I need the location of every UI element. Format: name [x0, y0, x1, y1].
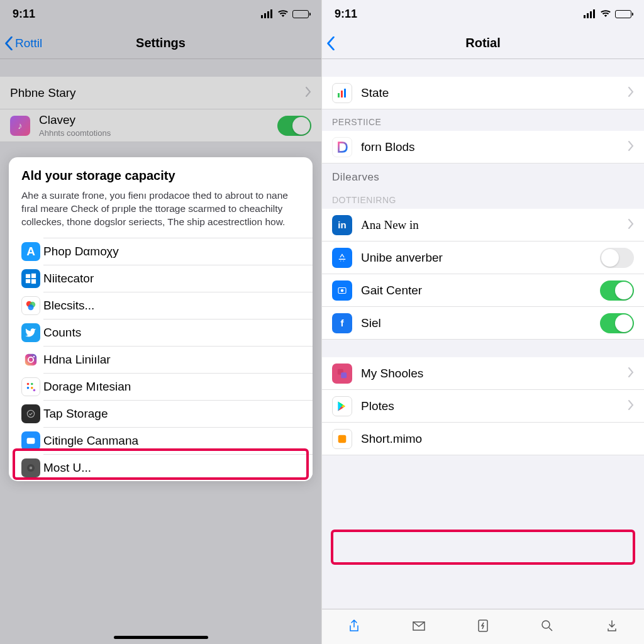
signal-icon	[584, 9, 596, 18]
row-label: Siel	[361, 316, 600, 330]
row-clavey[interactable]: ♪ Clavey Ahhnts coomtotions	[0, 109, 321, 142]
row-state[interactable]: State	[322, 77, 644, 109]
colors-icon	[21, 296, 40, 315]
row-label: Unibe anverber	[361, 251, 600, 265]
phone-left: 9:11 Rottil Settings Phbne Stary ♪ Clave…	[0, 0, 322, 644]
toggle-siel[interactable]	[600, 313, 634, 333]
svg-rect-2	[26, 279, 30, 283]
card-row-phop[interactable]: A Phop Dαmοχy	[43, 238, 313, 265]
wifi-icon	[277, 8, 289, 21]
svg-rect-19	[338, 93, 340, 97]
phone-right: 9:11 Rotial State PERSTIICE forn Blods D…	[322, 0, 644, 644]
svg-rect-25	[341, 372, 347, 378]
svg-rect-26	[338, 435, 347, 443]
signal-icon	[261, 9, 274, 18]
status-bar: 9:11	[322, 0, 644, 28]
card-row-citingle[interactable]: Citingle Canmana	[43, 427, 313, 454]
toggle-gait[interactable]	[600, 280, 634, 301]
linkedin-icon: in	[332, 215, 352, 235]
tab-bar	[322, 609, 644, 644]
row-ana-new-in[interactable]: in Ana New in	[322, 209, 644, 242]
svg-point-11	[31, 382, 33, 385]
row-my-shooles[interactable]: My Shooles	[322, 357, 644, 390]
app-icon	[332, 429, 352, 449]
svg-rect-20	[341, 91, 343, 97]
svg-point-29	[542, 621, 550, 628]
d-icon	[332, 137, 352, 157]
card-row-label: Blecsits...	[43, 299, 94, 313]
section-header-persticse: PERSTIICE	[322, 109, 644, 131]
section-header-dilearves: Dilearves	[322, 164, 644, 187]
svg-point-13	[31, 387, 33, 389]
chevron-right-icon	[628, 219, 634, 231]
card-row-counts[interactable]: Counts	[43, 319, 313, 346]
chart-icon	[332, 83, 352, 103]
battery-icon	[615, 10, 631, 18]
row-label: Phbne Stary	[10, 86, 305, 100]
row-short-mimo[interactable]: Short.mimo	[322, 423, 644, 455]
card-row-tap-storage[interactable]: Tap Storage	[43, 400, 313, 427]
tab-bolt[interactable]	[475, 618, 491, 636]
section-header-dottienirang: DOTTIENIRNG	[322, 187, 644, 209]
card-row-label: Hdna Liniılar	[43, 353, 111, 367]
chevron-right-icon	[305, 87, 311, 99]
chevron-right-icon	[628, 141, 634, 153]
card-row-label: Most U...	[43, 461, 91, 475]
card-row-niitecator[interactable]: Niitecator	[43, 265, 313, 292]
chevron-right-icon	[628, 400, 634, 413]
chevron-right-icon	[628, 87, 634, 99]
svg-point-10	[27, 382, 30, 385]
svg-rect-1	[31, 274, 36, 278]
back-button[interactable]: Rottil	[4, 28, 42, 58]
row-forn-blods[interactable]: forn Blods	[322, 131, 644, 164]
card-row-most-u[interactable]: Most U...	[43, 454, 313, 481]
svg-rect-16	[27, 438, 35, 444]
svg-point-6	[28, 304, 34, 310]
chevron-left-icon	[326, 36, 336, 50]
chevron-right-icon	[628, 367, 634, 380]
back-button[interactable]	[326, 28, 337, 58]
tab-search[interactable]	[540, 618, 555, 636]
svg-rect-7	[25, 354, 36, 365]
row-plotes[interactable]: Plotes	[322, 390, 644, 423]
tab-download[interactable]	[604, 618, 619, 636]
dark-icon	[21, 404, 40, 423]
toggle-clavey[interactable]	[277, 116, 311, 136]
shortcuts-icon	[332, 364, 352, 384]
app-icon: A	[21, 242, 40, 261]
card-row-hdna[interactable]: Hdna Liniılar	[43, 346, 313, 373]
tab-share[interactable]	[347, 618, 362, 636]
home-indicator[interactable]	[114, 636, 208, 639]
row-phbne-stary[interactable]: Phbne Stary	[0, 77, 321, 109]
facebook-icon: f	[332, 313, 352, 333]
row-siel[interactable]: f Siel	[322, 307, 644, 340]
row-label: Short.mimo	[361, 432, 634, 446]
card-row-label: Niitecator	[43, 272, 94, 286]
toggle-unibe[interactable]	[600, 248, 634, 268]
svg-rect-0	[26, 274, 30, 278]
card-row-blecsits[interactable]: Blecsits...	[43, 292, 313, 319]
row-unibe-anverber[interactable]: Unibe anverber	[322, 242, 644, 274]
svg-rect-21	[344, 89, 346, 97]
status-time: 9:11	[335, 8, 357, 21]
playstore-icon	[332, 396, 352, 416]
row-sublabel: Ahhnts coomtotions	[39, 128, 111, 138]
row-gait-center[interactable]: Gait Center	[322, 274, 644, 307]
music-icon: ♪	[10, 116, 30, 136]
chevron-left-icon	[4, 36, 14, 50]
battery-icon	[292, 10, 309, 18]
row-label: Gait Center	[361, 284, 600, 297]
card-row-dorage[interactable]: Dorage Mıtesian	[43, 373, 313, 400]
row-label: Clavey	[39, 113, 277, 127]
card-row-label: Dorage Mıtesian	[43, 380, 131, 394]
back-label: Rottil	[15, 36, 42, 50]
storage-card: Ald your storage capacity Ahe a suırate …	[9, 157, 313, 481]
svg-point-9	[33, 356, 35, 357]
card-title: Ald your storage capacity	[21, 169, 300, 183]
svg-point-18	[30, 467, 33, 470]
svg-point-12	[27, 387, 30, 389]
gamecenter-icon	[332, 280, 352, 301]
svg-point-23	[341, 289, 344, 292]
nav-header: Rotial	[322, 28, 644, 59]
tab-mail[interactable]	[411, 618, 426, 636]
